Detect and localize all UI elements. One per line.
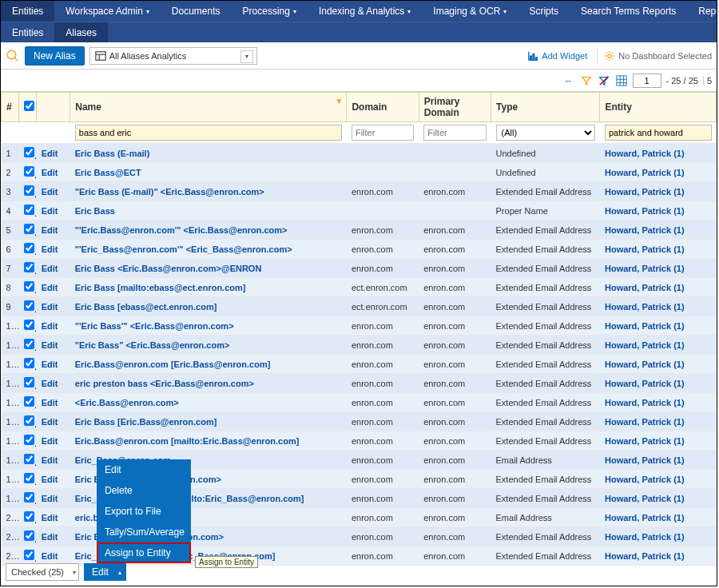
alias-name-link[interactable]: "Eric Bass (E-mail)" <Eric.Bass@enron.co… [75,187,264,197]
row-edit-link[interactable]: Edit [42,206,58,216]
row-edit-link[interactable]: Edit [42,379,58,388]
alias-name-link[interactable]: Eric Bass [ebass@ect.enron.com] [75,302,217,312]
row-checkbox[interactable] [24,415,34,426]
col-header-check[interactable] [19,93,37,122]
entity-link[interactable]: Howard, Patrick (1) [605,340,685,350]
row-checkbox[interactable] [24,281,34,292]
entity-link[interactable]: Howard, Patrick (1) [605,302,685,312]
entity-link[interactable]: Howard, Patrick (1) [605,417,685,427]
subnav-item-aliases[interactable]: Aliases [54,22,108,42]
menu-item-tally-sum-average[interactable]: Tally/Sum/Average [97,522,191,542]
topnav-item-documents[interactable]: Documents [161,1,232,22]
alias-name-link[interactable]: Eric Bass [75,206,115,216]
row-checkbox[interactable] [24,473,34,483]
row-edit-link[interactable]: Edit [42,436,58,446]
row-edit-link[interactable]: Edit [42,494,58,503]
entity-link[interactable]: Howard, Patrick (1) [605,244,685,254]
topnav-item-processing[interactable]: Processing▾ [232,1,308,22]
row-edit-link[interactable]: Edit [42,225,58,235]
col-header-primary-domain[interactable]: Primary Domain [419,93,491,122]
col-header-name[interactable]: Name▼ [70,93,347,122]
menu-item-export-to-file[interactable]: Export to File [97,501,191,522]
row-edit-link[interactable]: Edit [42,551,58,561]
alias-name-link[interactable]: Eric.Bass@enron.com [mailto:Eric.Bass@en… [75,436,300,446]
topnav-item-workspace-admin[interactable]: Workspace Admin▾ [54,1,161,22]
row-checkbox[interactable] [24,224,34,234]
alias-name-link[interactable]: Eric.Bass@enron.com [Eric.Bass@enron.com… [75,360,271,369]
row-checkbox[interactable] [24,530,34,541]
row-checkbox[interactable] [24,454,34,464]
row-edit-link[interactable]: Edit [42,475,58,484]
entity-link[interactable]: Howard, Patrick (1) [605,398,685,407]
col-header-entity[interactable]: Entity [600,93,717,122]
filter-entity-input[interactable] [605,125,712,141]
alias-name-link[interactable]: "'Eric Bass'" <Eric.Bass@enron.com> [75,321,234,331]
alias-name-link[interactable]: "'Eric.Bass@enron.com'" <Eric.Bass@enron… [75,225,288,235]
row-checkbox[interactable] [24,166,34,177]
fit-columns-icon[interactable]: ↔ [562,74,575,87]
row-checkbox[interactable] [24,300,34,311]
alias-name-link[interactable]: Eric Bass (E-mail) [75,149,150,158]
entity-link[interactable]: Howard, Patrick (1) [605,360,685,369]
row-edit-link[interactable]: Edit [42,513,58,522]
entity-link[interactable]: Howard, Patrick (1) [605,494,685,503]
row-checkbox[interactable] [24,147,34,157]
subnav-item-entities[interactable]: Entities [1,22,54,42]
row-edit-link[interactable]: Edit [42,532,58,542]
entity-link[interactable]: Howard, Patrick (1) [605,436,685,446]
row-checkbox[interactable] [24,205,34,215]
entity-link[interactable]: Howard, Patrick (1) [605,187,685,197]
filter-primary-domain-input[interactable] [423,125,486,141]
alias-name-link[interactable]: "Eric Bass" <Eric.Bass@enron.com> [75,340,230,350]
entity-link[interactable]: Howard, Patrick (1) [605,321,685,331]
select-all-checkbox[interactable] [24,101,34,111]
topnav-item-search-terms-reports[interactable]: Search Terms Reports [570,1,687,22]
new-alias-button[interactable]: New Alias [25,46,85,66]
entity-link[interactable]: Howard, Patrick (1) [605,283,685,292]
row-edit-link[interactable]: Edit [42,187,58,197]
alias-name-link[interactable]: Eric Bass <Eric.Bass@enron.com>@ENRON [75,264,262,273]
menu-item-delete[interactable]: Delete [97,480,191,501]
row-edit-link[interactable]: Edit [42,168,58,177]
row-edit-link[interactable]: Edit [42,360,58,369]
view-dropdown[interactable]: All Aliases Analytics ▾ [89,47,257,65]
add-widget-link[interactable]: Add Widget [522,50,592,62]
row-edit-link[interactable]: Edit [42,244,58,254]
alias-name-link[interactable]: "'Eric_Bass@enron.com'" <Eric_Bass@enron… [75,244,292,254]
mass-edit-button[interactable]: Edit ▴ [84,563,126,581]
row-edit-link[interactable]: Edit [42,321,58,331]
entity-link[interactable]: Howard, Patrick (1) [605,149,685,158]
alias-name-link[interactable]: Eric Bass@ECT [75,168,141,177]
entity-link[interactable]: Howard, Patrick (1) [605,551,685,561]
entity-link[interactable]: Howard, Patrick (1) [605,513,685,522]
row-checkbox[interactable] [24,339,34,349]
row-checkbox[interactable] [24,550,34,560]
col-header-type[interactable]: Type [491,93,600,122]
row-edit-link[interactable]: Edit [42,417,58,427]
search-icon[interactable] [6,49,20,63]
row-edit-link[interactable]: Edit [42,283,58,292]
entity-link[interactable]: Howard, Patrick (1) [605,532,685,542]
row-checkbox[interactable] [24,262,34,272]
topnav-item-scripts[interactable]: Scripts [518,1,570,22]
row-edit-link[interactable]: Edit [42,340,58,350]
entity-link[interactable]: Howard, Patrick (1) [605,264,685,273]
entity-link[interactable]: Howard, Patrick (1) [605,206,685,216]
alias-name-link[interactable]: <Eric.Bass@enron.com> [75,398,179,407]
alias-name-link[interactable]: Eric Bass [Eric.Bass@enron.com] [75,417,217,427]
row-checkbox[interactable] [24,320,34,330]
row-checkbox[interactable] [24,358,34,368]
entity-link[interactable]: Howard, Patrick (1) [605,379,685,388]
row-edit-link[interactable]: Edit [42,302,58,312]
row-edit-link[interactable]: Edit [42,264,58,273]
topnav-item-imaging-ocr[interactable]: Imaging & OCR▾ [422,1,518,22]
entity-link[interactable]: Howard, Patrick (1) [605,455,685,465]
filter-icon[interactable] [580,74,593,87]
grid-icon[interactable] [615,74,628,87]
row-edit-link[interactable]: Edit [42,149,58,158]
row-checkbox[interactable] [24,511,34,522]
filter-domain-input[interactable] [352,125,414,141]
entity-link[interactable]: Howard, Patrick (1) [605,225,685,235]
checked-dropdown[interactable]: Checked (25) ▾ [6,563,79,581]
dashboard-selector[interactable]: No Dashboard Selected [597,47,712,65]
